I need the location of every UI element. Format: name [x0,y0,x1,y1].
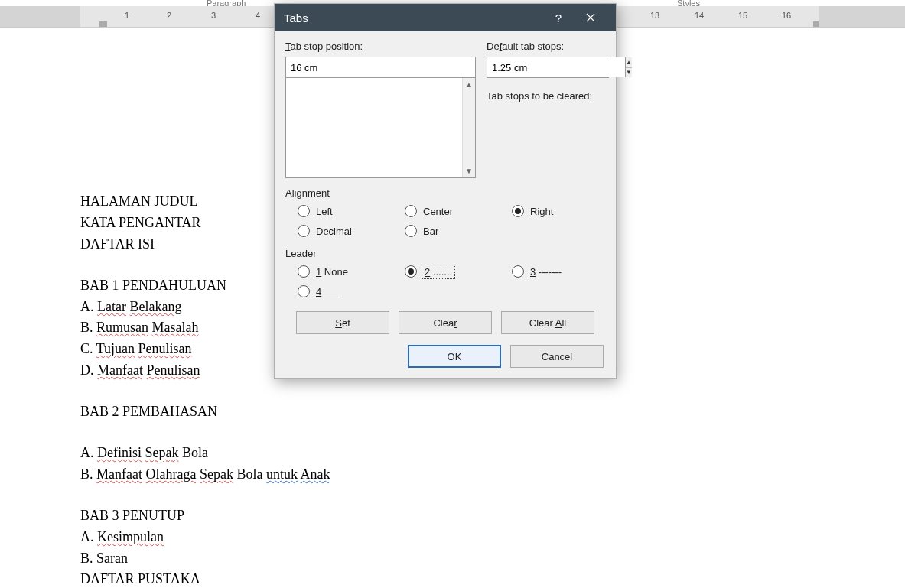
alignment-left-radio[interactable]: Left [298,205,405,217]
radio-icon [512,265,524,278]
alignment-right-radio[interactable]: Right [512,205,619,217]
ruler-right-margin [819,6,905,27]
radio-icon [405,265,417,278]
alignment-decimal-radio[interactable]: Decimal [298,225,405,237]
dialog-titlebar[interactable]: Tabs ? [275,4,616,31]
tab-stops-cleared-label: Tab stops to be cleared: [487,90,609,102]
ruler-mark: 16 [782,11,791,20]
radio-icon [298,285,310,297]
radio-icon [298,265,310,278]
ruler-mark: 1 [125,11,129,20]
close-button[interactable] [575,4,607,31]
spinner-up-icon[interactable]: ▲ [626,57,632,68]
ruler-left-margin [0,6,80,27]
tab-stop-position-label: Tab stop position: [285,41,476,52]
set-button[interactable]: Set [296,311,389,334]
radio-icon [405,225,417,237]
tab-stops-listbox[interactable]: ▲ ▼ [285,77,476,178]
radio-icon [405,205,417,217]
alignment-group: Left Center Right Decimal Bar [285,203,605,239]
spinner-down-icon[interactable]: ▼ [626,68,632,78]
ruler-mark: 15 [738,11,747,20]
ok-button[interactable]: OK [408,345,501,368]
clear-button[interactable]: Clear [399,311,492,334]
ruler-mark: 3 [211,11,216,20]
radio-icon [512,205,524,217]
alignment-bar-radio[interactable]: Bar [405,225,512,237]
leader-3-dashes-radio[interactable]: 3 ------- [512,265,619,278]
help-button[interactable]: ? [542,4,575,31]
tab-stop-position-input[interactable] [285,57,476,78]
ruler-mark: 13 [650,11,659,20]
ruler-indent-marker[interactable] [99,21,107,28]
leader-2-dots-radio[interactable]: 2 ....... [405,265,512,278]
radio-icon [298,205,310,217]
doc-line[interactable]: A. Definisi Sepak Bola [80,443,826,464]
listbox-scrollbar[interactable]: ▲ ▼ [462,78,475,177]
dialog-title-text: Tabs [284,11,308,24]
doc-line[interactable]: BAB 3 PENUTUP [80,505,826,527]
leader-group: 1 None 2 ....... 3 ------- 4 ___ [285,264,605,299]
ruler-mark: 4 [256,11,260,20]
doc-line[interactable]: B. Manfaat Olahraga Sepak Bola untuk Ana… [80,464,826,486]
doc-line[interactable]: A. Kesimpulan [80,527,826,548]
default-tab-stops-label: Default tab stops: [487,41,609,52]
doc-line[interactable]: DAFTAR PUSTAKA [80,569,826,588]
leader-4-underscore-radio[interactable]: 4 ___ [298,285,405,297]
ruler-mark: 2 [167,11,171,20]
doc-line[interactable]: B. Saran [80,548,826,570]
default-tab-stops-input[interactable] [487,57,625,77]
clear-all-button[interactable]: Clear All [501,311,594,334]
close-icon [586,13,595,22]
radio-icon [298,225,310,237]
cancel-button[interactable]: Cancel [510,345,604,368]
scroll-down-icon[interactable]: ▼ [463,164,475,177]
scroll-up-icon[interactable]: ▲ [463,78,475,91]
alignment-center-radio[interactable]: Center [405,205,512,217]
alignment-section-label: Alignment [285,187,605,199]
leader-section-label: Leader [285,248,605,259]
leader-1-none-radio[interactable]: 1 None [298,265,405,278]
tabs-dialog: Tabs ? Tab stop position: ▲ ▼ [274,3,617,379]
help-icon: ? [555,11,562,24]
ruler-mark: 14 [695,11,704,20]
default-tab-stops-spinner[interactable]: ▲ ▼ [487,57,609,78]
doc-line[interactable]: BAB 2 PEMBAHASAN [80,401,826,423]
